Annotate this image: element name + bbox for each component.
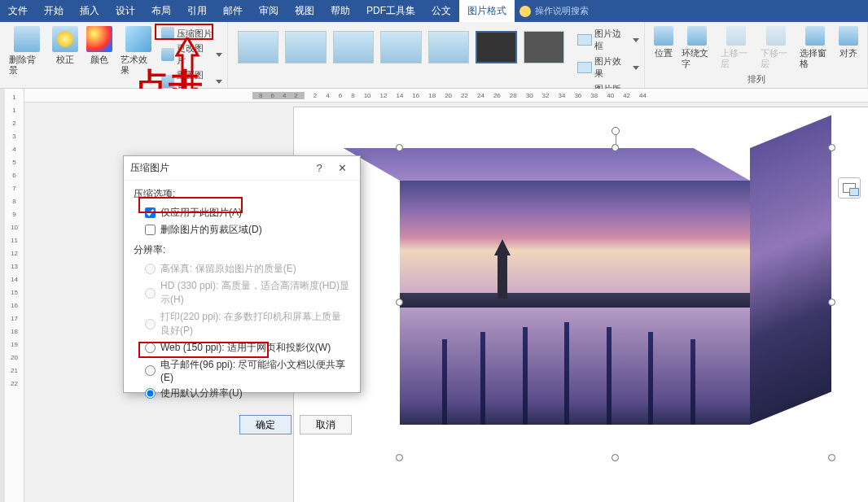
- cancel-button[interactable]: 取消: [300, 415, 352, 434]
- style-thumb[interactable]: [524, 31, 564, 63]
- print-label: 打印(220 ppi): 在多数打印机和屏幕上质量良好(P): [160, 310, 350, 338]
- resolution-email-radio[interactable]: 电子邮件(96 ppi): 尽可能缩小文档以便共享(E): [145, 358, 350, 383]
- menu-ref[interactable]: 引用: [179, 0, 215, 22]
- menu-gongwen[interactable]: 公文: [423, 0, 459, 22]
- wrap-text-button[interactable]: 环绕文字: [677, 24, 717, 71]
- ribbon: 删除背景 校正 颜色 艺术效果 压缩图片 更改图片 重置图片 调整: [0, 22, 868, 89]
- chevron-down-icon: [633, 38, 639, 42]
- dialog-title: 压缩图片: [130, 161, 308, 175]
- change-icon: [161, 48, 174, 61]
- menu-view[interactable]: 视图: [287, 0, 322, 22]
- position-label: 位置: [655, 48, 673, 59]
- resolution-web-radio[interactable]: Web (150 ppi): 适用于网页和投影仪(W): [145, 341, 350, 355]
- layout-options-icon: [843, 183, 856, 193]
- ruler-tick: 22: [461, 92, 468, 99]
- ruler-tick: 42: [623, 92, 630, 99]
- style-thumb[interactable]: [285, 31, 326, 63]
- delete-cropped-areas-checkbox[interactable]: 删除图片的剪裁区域(D): [145, 223, 350, 237]
- ruler-tick: 6: [5, 172, 24, 179]
- corrections-button[interactable]: 校正: [48, 24, 82, 67]
- resize-handle[interactable]: [828, 299, 835, 306]
- rotate-handle[interactable]: [612, 127, 620, 135]
- ruler-tick: 38: [590, 92, 598, 99]
- picture-styles-gallery[interactable]: [233, 24, 569, 63]
- reset-icon: [161, 75, 174, 88]
- ruler-tick: 18: [428, 92, 436, 99]
- menu-design[interactable]: 设计: [107, 0, 143, 22]
- layout-options-button[interactable]: [838, 177, 861, 199]
- compress-picture-button[interactable]: 压缩图片: [161, 27, 222, 40]
- menu-picture-format[interactable]: 图片格式: [459, 0, 515, 22]
- correction-label: 校正: [56, 55, 74, 65]
- dialog-close-button[interactable]: ✕: [331, 162, 353, 174]
- ruler-tick: 44: [639, 92, 647, 99]
- menu-insert[interactable]: 插入: [72, 0, 107, 22]
- position-button[interactable]: 位置: [650, 24, 677, 60]
- selection-pane-button[interactable]: 选择窗格: [796, 24, 835, 71]
- tell-me[interactable]: 操作说明搜索: [519, 5, 589, 17]
- resize-handle[interactable]: [828, 144, 835, 151]
- send-backward-button[interactable]: 下移一层: [756, 24, 796, 71]
- resize-handle[interactable]: [612, 454, 619, 461]
- ruler-tick: 6: [339, 92, 342, 99]
- style-thumb[interactable]: [380, 31, 421, 63]
- ruler-tick: 18: [5, 328, 24, 335]
- menu-layout[interactable]: 布局: [143, 0, 179, 22]
- ruler-tick: 14: [396, 92, 403, 99]
- resize-handle[interactable]: [396, 454, 403, 461]
- email-label: 电子邮件(96 ppi): 尽可能缩小文档以便共享(E): [160, 358, 350, 383]
- wrap-label: 环绕文字: [682, 48, 712, 69]
- picture-effects-button[interactable]: 图片效果: [577, 55, 639, 80]
- delete-crop-label: 删除图片的剪裁区域(D): [160, 223, 262, 237]
- dialog-help-button[interactable]: ?: [308, 162, 331, 174]
- ribbon-group-adjust: 删除背景 校正 颜色 艺术效果 压缩图片 更改图片 重置图片 调整: [0, 22, 228, 88]
- resize-handle[interactable]: [612, 144, 619, 151]
- style-thumb-selected[interactable]: [476, 31, 516, 63]
- align-button[interactable]: 对齐: [835, 24, 862, 60]
- menu-file[interactable]: 文件: [0, 0, 36, 22]
- color-label: 颜色: [90, 55, 108, 65]
- change-picture-button[interactable]: 更改图片: [161, 42, 222, 67]
- resize-handle[interactable]: [396, 299, 403, 306]
- apply-only-label: 仅应用于此图片(A): [160, 206, 242, 220]
- ruler-tick: 9: [5, 211, 24, 218]
- ruler-tick: 3: [5, 133, 24, 140]
- chevron-down-icon: [633, 66, 639, 70]
- artistic-effects-button[interactable]: 艺术效果: [116, 24, 160, 77]
- ok-button[interactable]: 确定: [239, 415, 292, 434]
- ruler-tick: 4: [326, 92, 329, 99]
- menu-review[interactable]: 审阅: [251, 0, 287, 22]
- ruler-tick: 12: [5, 250, 24, 257]
- compress-icon: [161, 27, 174, 40]
- style-thumb[interactable]: [238, 31, 278, 63]
- backward-label: 下移一层: [761, 48, 791, 69]
- menu-help[interactable]: 帮助: [322, 0, 358, 22]
- ruler-tick: 26: [493, 92, 501, 99]
- apply-only-this-picture-checkbox[interactable]: 仅应用于此图片(A): [145, 206, 350, 220]
- menu-pdf[interactable]: PDF工具集: [358, 0, 423, 22]
- style-thumb[interactable]: [428, 31, 469, 63]
- ruler-tick: 11: [5, 237, 24, 244]
- align-label: 对齐: [840, 48, 857, 59]
- ruler-tick: 4: [5, 146, 24, 153]
- change-label: 更改图片: [177, 42, 212, 67]
- selected-picture[interactable]: [400, 148, 831, 457]
- hd-label: HD (330 ppi): 高质量，适合高清晰度(HD)显示(H): [160, 279, 350, 307]
- bring-forward-button[interactable]: 上移一层: [717, 24, 756, 71]
- picture-border-button[interactable]: 图片边框: [577, 28, 639, 52]
- color-button[interactable]: 颜色: [82, 24, 116, 67]
- arrange-group-label: 排列: [645, 73, 867, 88]
- resolution-default-radio[interactable]: 使用默认分辨率(U): [145, 386, 350, 400]
- dialog-titlebar[interactable]: 压缩图片 ? ✕: [124, 156, 360, 181]
- resize-handle[interactable]: [396, 144, 403, 151]
- ruler-tick: 15: [5, 289, 24, 296]
- ruler-tick: 28: [510, 92, 517, 99]
- ruler-tick: 12: [380, 92, 388, 99]
- menu-bar: 文件 开始 插入 设计 布局 引用 邮件 审阅 视图 帮助 PDF工具集 公文 …: [0, 0, 868, 22]
- style-thumb[interactable]: [333, 31, 374, 63]
- menu-start[interactable]: 开始: [36, 0, 72, 22]
- remove-background-button[interactable]: 删除背景: [5, 24, 48, 77]
- resize-handle[interactable]: [828, 454, 835, 461]
- picture-content: [400, 148, 831, 457]
- menu-mail[interactable]: 邮件: [215, 0, 251, 22]
